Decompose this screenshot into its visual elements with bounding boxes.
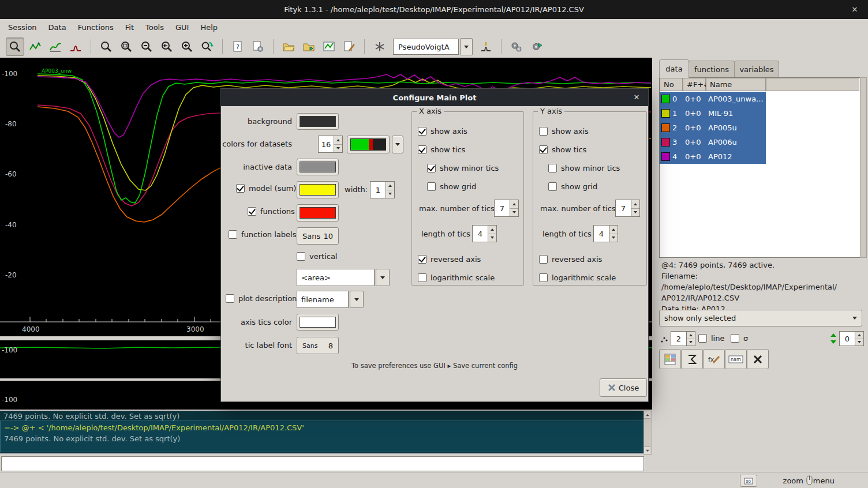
vertical-checkbox[interactable]: vertical — [297, 252, 337, 261]
sum-button[interactable] — [681, 349, 703, 369]
menu-data[interactable]: Data — [43, 20, 72, 35]
titlebar[interactable]: Fityk 1.3.1 - /home/aleplo/test/Desktop/… — [0, 0, 868, 19]
spin-down-icon[interactable] — [386, 190, 394, 198]
open-file-button[interactable] — [279, 37, 298, 56]
spin-up-icon[interactable] — [510, 200, 518, 208]
zoom-mode-button[interactable] — [6, 37, 24, 56]
show-filter-combo[interactable]: show only selected — [659, 310, 862, 326]
y-log-scale-checkbox[interactable]: logarithmic scale — [539, 273, 616, 282]
description-combo[interactable]: filename — [297, 291, 364, 308]
tab-functions[interactable]: functions — [689, 61, 735, 77]
dialog-close-icon[interactable]: ✕ — [632, 93, 641, 102]
tab-variables[interactable]: variables — [734, 61, 779, 77]
function-labels-checkbox[interactable]: function labels — [229, 230, 296, 239]
dataset-row[interactable]: 4 0+0 AP012 — [660, 149, 766, 164]
column-header-name[interactable]: Name — [706, 78, 766, 91]
dialog-titlebar[interactable]: Configure Main Plot ✕ — [221, 89, 648, 106]
background-color-button[interactable] — [297, 113, 339, 130]
script-editor-button[interactable] — [249, 37, 267, 56]
dataset-colors-count-spinner[interactable]: 16 — [318, 136, 343, 153]
shift-spinner[interactable]: 0 — [839, 331, 864, 346]
zoom-out-button[interactable] — [137, 37, 156, 56]
dataset-row[interactable]: 1 0+0 MIL-91 — [660, 106, 766, 121]
y-max-tics-spinner[interactable]: 7 — [615, 200, 640, 217]
spin-down-icon[interactable] — [631, 208, 639, 217]
spin-up-icon[interactable] — [334, 136, 342, 144]
edit-transform-button[interactable]: fx — [703, 349, 725, 369]
menu-gui[interactable]: GUI — [170, 20, 194, 35]
dataset-row[interactable]: 3 0+0 AP006u — [660, 135, 766, 149]
vertical-sash[interactable] — [652, 58, 657, 472]
spin-down-icon[interactable] — [488, 234, 496, 242]
dataset-list[interactable]: No #F+# Name 0 0+0 AP003_unwa... 1 0+0 M… — [659, 77, 861, 258]
console-output[interactable]: 7469 points. No explicit std. dev. Set a… — [0, 411, 652, 453]
function-type-combo[interactable]: PseudoVoigtA — [393, 39, 473, 55]
menu-fit[interactable]: Fit — [119, 20, 140, 35]
spin-down-icon[interactable] — [510, 208, 518, 217]
spin-up-icon[interactable] — [386, 182, 394, 190]
line-checkbox[interactable]: line — [698, 334, 724, 343]
spin-down-icon[interactable] — [609, 234, 618, 242]
y-show-tics-checkbox[interactable]: show tics — [539, 145, 586, 154]
spin-down-icon[interactable] — [855, 339, 863, 346]
functions-checkbox[interactable]: functions — [248, 207, 295, 216]
x-log-scale-checkbox[interactable]: logarithmic scale — [418, 273, 495, 282]
y-reversed-axis-checkbox[interactable]: reversed axis — [539, 255, 602, 264]
spin-up-icon[interactable] — [687, 332, 695, 339]
x-show-grid-checkbox[interactable]: show grid — [427, 182, 476, 191]
save-script-button[interactable] — [340, 37, 358, 56]
x-show-axis-checkbox[interactable]: show axis — [418, 127, 467, 136]
x-show-tics-checkbox[interactable]: show tics — [418, 145, 465, 154]
save-image-button[interactable] — [320, 37, 338, 56]
x-max-tics-spinner[interactable]: 7 — [494, 200, 519, 217]
y-show-axis-checkbox[interactable]: show axis — [539, 127, 589, 136]
dataset-list-scrollbar[interactable] — [860, 77, 867, 258]
log-viewer-button[interactable]: ? — [229, 37, 247, 56]
tic-font-button[interactable]: Sans 8 — [297, 337, 339, 354]
spin-up-icon[interactable] — [609, 226, 618, 234]
dataset-row[interactable]: 2 0+0 AP005u — [660, 121, 766, 135]
column-header-ff[interactable]: #F+# — [683, 78, 706, 91]
dataset-row[interactable]: 0 0+0 AP003_unwa... — [660, 92, 766, 106]
y-show-grid-checkbox[interactable]: show grid — [548, 182, 597, 191]
spin-down-icon[interactable] — [687, 339, 695, 346]
scroll-down-icon[interactable] — [644, 446, 650, 454]
execute-button[interactable] — [527, 37, 546, 56]
palette-dropdown-button[interactable] — [392, 136, 403, 153]
point-size-spinner[interactable]: 2 — [671, 331, 695, 346]
y-tic-length-spinner[interactable]: 4 — [593, 225, 618, 242]
model-width-spinner[interactable]: 1 — [370, 181, 395, 198]
plot-description-checkbox[interactable]: plot description — [226, 294, 297, 303]
scroll-up-icon[interactable] — [644, 411, 650, 419]
settings-button[interactable] — [507, 37, 526, 56]
spin-up-icon[interactable] — [855, 332, 863, 339]
spin-up-icon[interactable] — [488, 226, 496, 234]
model-color-button[interactable] — [297, 181, 339, 198]
zoom-all-button[interactable] — [97, 37, 115, 56]
label-font-button[interactable]: Sans 10 — [297, 227, 339, 245]
functions-color-button[interactable] — [297, 204, 339, 222]
zoom-previous-button[interactable] — [158, 37, 176, 56]
x-show-minor-tics-checkbox[interactable]: show minor tics — [427, 164, 499, 172]
spin-down-icon[interactable] — [334, 144, 342, 153]
axis-tics-color-button[interactable] — [297, 314, 339, 331]
delete-button[interactable] — [747, 349, 769, 369]
console-scrollbar[interactable] — [643, 411, 652, 455]
rename-button[interactable]: nam — [725, 349, 747, 369]
x-reversed-axis-checkbox[interactable]: reversed axis — [418, 255, 481, 264]
window-close-icon[interactable]: ✕ — [850, 5, 860, 15]
spin-up-icon[interactable] — [631, 200, 639, 208]
status-config-button[interactable]: 00 — [740, 475, 757, 487]
data-table-button[interactable] — [659, 349, 681, 369]
inactive-data-color-button[interactable] — [297, 159, 339, 175]
zoom-in-button[interactable] — [178, 37, 196, 56]
label-position-combo[interactable]: <area> — [297, 269, 390, 286]
tab-data[interactable]: data — [659, 59, 689, 78]
column-header-no[interactable]: No — [660, 78, 683, 91]
combo-arrow-button[interactable] — [460, 38, 473, 55]
model-sum-checkbox[interactable]: model (sum) — [236, 184, 296, 193]
combo-arrow-button[interactable] — [376, 269, 390, 286]
define-function-button[interactable] — [371, 37, 389, 56]
data-range-mode-button[interactable] — [26, 37, 44, 56]
y-show-minor-tics-checkbox[interactable]: show minor tics — [548, 164, 620, 172]
